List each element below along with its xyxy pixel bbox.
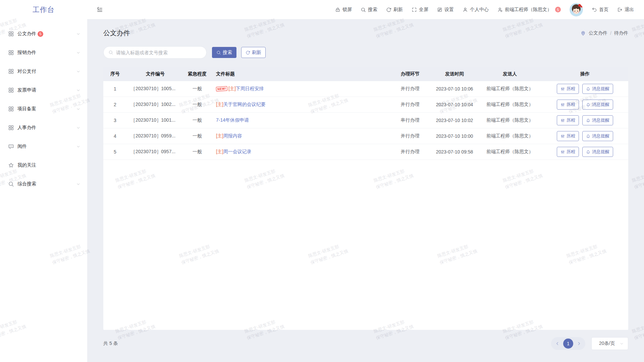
sidebar-item-人事办件[interactable]: 人事办件: [0, 118, 87, 137]
personal-center-label: 个人中心: [470, 7, 489, 13]
history-button[interactable]: 历程: [557, 100, 579, 110]
search-icon: [108, 50, 113, 55]
sidebar-item-发票申请[interactable]: 发票申请: [0, 81, 87, 100]
sidebar-item-label: 项目备案: [17, 106, 36, 112]
cell-time: 2023-07-10 10:02: [431, 118, 478, 123]
cell-title: [主]关于官网的会议纪要: [211, 102, 389, 108]
next-page-button[interactable]: [576, 340, 582, 347]
cell-time: 2023-07-10 10:00: [431, 133, 478, 139]
app-logo: 工作台: [0, 0, 87, 19]
topbar-actions: 锁屏搜索刷新全屏设置个人中心: [335, 7, 489, 13]
cell-doc-no: ［20230710］1002...: [127, 102, 184, 108]
sliders-icon: [560, 87, 565, 91]
sidebar-item-综合搜索[interactable]: 综合搜索: [0, 175, 87, 193]
star-icon: [8, 162, 14, 168]
notify-label: 消息提醒: [592, 86, 609, 92]
history-label: 历程: [567, 133, 575, 139]
chevron-down-icon: [76, 69, 80, 74]
history-label: 历程: [567, 149, 575, 155]
chevron-down-icon: [76, 126, 80, 130]
sidebar-item-报销办件[interactable]: 报销办件: [0, 43, 87, 62]
col-header-doc-no: 文件编号: [127, 71, 184, 77]
refresh-page-button[interactable]: 刷新: [386, 7, 403, 13]
notify-button[interactable]: 消息提醒: [582, 131, 613, 141]
history-button[interactable]: 历程: [557, 131, 579, 141]
cell-no: 5: [103, 149, 127, 155]
document-title-link[interactable]: 7-14年休假申请: [216, 117, 249, 123]
settings-button[interactable]: 设置: [437, 7, 454, 13]
col-header-actions: 操作: [542, 71, 628, 77]
sidebar-item-项目备案[interactable]: 项目备案: [0, 100, 87, 118]
search-button[interactable]: 搜索: [212, 47, 236, 58]
cell-urgency: 一般: [184, 86, 211, 92]
document-title-link[interactable]: [主]下周日程安排: [228, 86, 264, 92]
pager: 1: [551, 337, 585, 350]
breadcrumb-separator: /: [610, 31, 611, 36]
notify-button[interactable]: 消息提醒: [582, 147, 613, 157]
main-area: 锁屏搜索刷新全屏设置个人中心 前端工程师（陈思文） 5: [87, 0, 644, 362]
col-header-time: 发送时间: [431, 71, 478, 77]
bell-icon: [586, 134, 590, 138]
sidebar-item-公文办件[interactable]: 公文办件5: [0, 24, 87, 43]
fullscreen-icon: [412, 7, 417, 12]
personal-center-button[interactable]: 个人中心: [463, 7, 489, 13]
history-button[interactable]: 历程: [557, 84, 579, 94]
topbar: 锁屏搜索刷新全屏设置个人中心 前端工程师（陈思文） 5: [87, 0, 644, 19]
search-input[interactable]: [116, 50, 202, 55]
prev-page-button[interactable]: [554, 340, 561, 347]
table-row: 2［20230710］1002...一般[主]关于官网的会议纪要并行办理2023…: [103, 97, 628, 113]
notify-button[interactable]: 消息提醒: [582, 84, 613, 94]
current-user-button[interactable]: 前端工程师（陈思文） 5: [497, 7, 561, 13]
search-button-label: 搜索: [223, 50, 232, 56]
document-title-link[interactable]: [主]周一会议记录: [216, 149, 252, 155]
fullscreen-button[interactable]: 全屏: [412, 7, 428, 13]
notify-button[interactable]: 消息提醒: [582, 115, 613, 125]
user-avatar[interactable]: [570, 3, 583, 16]
document-title-link[interactable]: [主]周报内容: [216, 133, 242, 139]
col-header-urgency: 紧急程度: [184, 71, 211, 77]
sliders-icon: [560, 103, 565, 107]
sidebar-item-label: 阅件: [17, 143, 27, 149]
grid-icon: [8, 87, 14, 93]
cell-title: 7-14年休假申请: [211, 117, 389, 123]
sliders-icon: [560, 150, 565, 154]
logout-button[interactable]: 退出: [617, 7, 634, 13]
sidebar-item-我的关注[interactable]: 我的关注: [0, 156, 87, 175]
page-number-current[interactable]: 1: [563, 339, 573, 349]
cell-urgency: 一般: [184, 117, 211, 123]
fullscreen-label: 全屏: [419, 7, 428, 13]
home-button[interactable]: 首页: [592, 7, 608, 13]
history-button[interactable]: 历程: [557, 147, 579, 157]
history-label: 历程: [567, 102, 575, 108]
lock-screen-button[interactable]: 锁屏: [335, 7, 352, 13]
page-size-select[interactable]: 20条/页: [591, 337, 628, 350]
refresh-page-label: 刷新: [393, 7, 403, 13]
search-icon: [361, 7, 366, 12]
sidebar-item-label: 发票申请: [17, 87, 36, 93]
sidebar-item-对公支付[interactable]: 对公支付: [0, 62, 87, 81]
breadcrumb-item-root[interactable]: 公文办件: [589, 30, 607, 36]
chevron-down-icon: [76, 144, 80, 149]
cell-actions: 历程消息提醒: [542, 100, 628, 110]
cell-sender: 前端工程师（陈思文）: [478, 149, 542, 155]
cell-no: 4: [103, 133, 127, 139]
sidebar-item-badge: 5: [38, 31, 43, 37]
sliders-icon: [560, 134, 565, 138]
chevron-down-icon: [76, 88, 80, 93]
sidebar-item-label: 我的关注: [17, 162, 36, 168]
menu-fold-icon[interactable]: [97, 6, 103, 13]
settings-label: 设置: [444, 7, 454, 13]
chevron-right-icon: [577, 341, 581, 346]
document-title-link[interactable]: [主]关于官网的会议纪要: [216, 102, 266, 108]
refresh-button[interactable]: 刷新: [241, 47, 266, 58]
sidebar-item-阅件[interactable]: 阅件: [0, 137, 87, 156]
breadcrumb-item-current: 待办件: [614, 30, 628, 36]
cell-no: 3: [103, 118, 127, 123]
user-notification-badge: 5: [555, 7, 561, 12]
global-search-button[interactable]: 搜索: [361, 7, 377, 13]
sliders-icon: [560, 118, 565, 123]
history-button[interactable]: 历程: [557, 115, 579, 125]
notify-button[interactable]: 消息提醒: [582, 100, 613, 110]
lock-icon: [335, 7, 340, 12]
document-table: 序号 文件编号 紧急程度 文件标题 办理环节 发送时间 发送人 操作 1［202…: [103, 67, 628, 330]
